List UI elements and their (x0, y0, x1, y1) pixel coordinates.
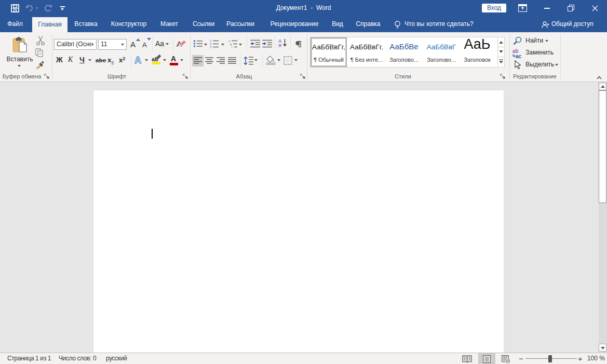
svg-text:A: A (134, 55, 141, 64)
svg-text:ac: ac (516, 53, 522, 59)
svg-text:Я: Я (278, 43, 281, 48)
svg-text:3: 3 (210, 46, 212, 49)
svg-text:i: i (232, 46, 232, 49)
